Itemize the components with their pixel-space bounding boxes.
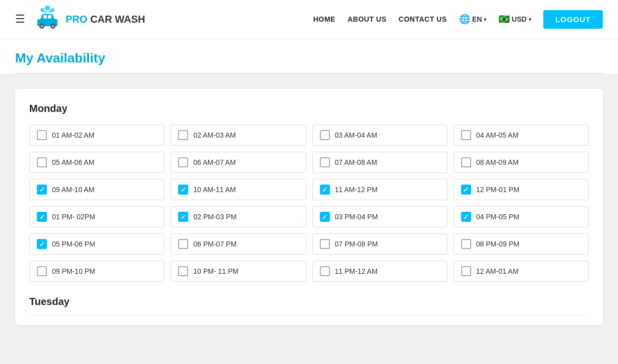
checkbox-6[interactable] [320, 157, 330, 167]
checkbox-13[interactable] [178, 212, 188, 222]
time-label-19: 08 PM-09 PM [476, 240, 520, 248]
checkbox-1[interactable] [178, 130, 188, 140]
monday-label: Monday [29, 103, 589, 114]
checkbox-0[interactable] [37, 130, 47, 140]
checkbox-14[interactable] [320, 212, 330, 222]
lang-label: EN [472, 15, 482, 23]
nav-contact[interactable]: CONTACT US [399, 15, 447, 23]
time-slot-10[interactable]: 11 AM-12 PM [312, 179, 447, 200]
time-label-13: 02 PM-03 PM [193, 213, 237, 221]
time-slot-19[interactable]: 08 PM-09 PM [454, 233, 589, 255]
time-slot-20[interactable]: 09 PM-10 PM [29, 261, 164, 282]
checkbox-20[interactable] [37, 266, 47, 276]
logo-text: PRO CAR WASH [66, 14, 145, 25]
hamburger-icon[interactable]: ☰ [15, 13, 25, 26]
logo-icon [33, 5, 62, 33]
time-label-2: 03 AM-04 AM [335, 131, 377, 139]
page-content-header: My Availability [0, 38, 618, 74]
nav-home[interactable]: HOME [313, 15, 335, 23]
checkbox-7[interactable] [461, 157, 471, 167]
time-slot-13[interactable]: 02 PM-03 PM [171, 206, 306, 227]
time-label-6: 07 AM-08 AM [335, 158, 377, 166]
checkbox-9[interactable] [178, 185, 188, 195]
time-label-15: 04 PM-05 PM [476, 213, 520, 221]
time-slot-17[interactable]: 06 PM-07 PM [171, 233, 306, 255]
site-header: ☰ PRO [0, 0, 618, 38]
svg-rect-7 [48, 15, 51, 19]
availability-card: Monday 01 AM-02 AM02 AM-03 AM03 AM-04 AM… [15, 89, 603, 325]
svg-rect-6 [43, 15, 47, 19]
checkbox-4[interactable] [37, 157, 47, 167]
lang-flag: 🌐 [459, 14, 470, 25]
time-slot-11[interactable]: 12 PM-01 PM [454, 179, 589, 200]
time-slot-4[interactable]: 05 AM-06 AM [29, 152, 164, 173]
time-slot-5[interactable]: 06 AM-07 AM [171, 152, 306, 173]
time-label-22: 11 PM-12 AM [335, 267, 378, 275]
time-label-8: 09 AM-10 AM [52, 186, 94, 194]
checkbox-11[interactable] [461, 185, 471, 195]
time-slot-1[interactable]: 02 AM-03 AM [171, 125, 306, 146]
svg-point-3 [44, 11, 47, 14]
header-left: ☰ PRO [15, 5, 145, 33]
monday-time-grid: 01 AM-02 AM02 AM-03 AM03 AM-04 AM04 AM-0… [29, 125, 589, 282]
time-slot-14[interactable]: 03 PM-04 PM [312, 206, 447, 227]
checkbox-18[interactable] [320, 239, 330, 249]
checkbox-8[interactable] [37, 185, 47, 195]
svg-point-4 [48, 10, 51, 13]
svg-point-1 [45, 6, 50, 11]
time-label-5: 06 AM-07 AM [193, 158, 236, 166]
time-slot-23[interactable]: 12 AM-01 AM [454, 261, 589, 282]
main-area: Monday 01 AM-02 AM02 AM-03 AM03 AM-04 AM… [0, 74, 618, 364]
logout-button[interactable]: LOGOUT [543, 10, 603, 29]
time-label-21: 10 PM- 11 PM [193, 267, 238, 275]
header-right: HOME ABOUT US CONTACT US 🌐 EN ▾ 🇧🇷 USD ▾… [313, 10, 603, 29]
checkbox-17[interactable] [178, 239, 188, 249]
time-slot-18[interactable]: 07 PM-08 PM [312, 233, 447, 255]
time-slot-12[interactable]: 01 PM- 02PM [29, 206, 164, 227]
time-label-18: 07 PM-08 PM [335, 240, 378, 248]
nav-about[interactable]: ABOUT US [348, 15, 386, 23]
time-slot-9[interactable]: 10 AM-11 AM [171, 179, 306, 200]
time-slot-15[interactable]: 04 PM-05 PM [454, 206, 589, 227]
svg-point-0 [40, 8, 44, 12]
time-slot-2[interactable]: 03 AM-04 AM [312, 125, 447, 146]
currency-chevron: ▾ [529, 17, 531, 22]
language-selector[interactable]: 🌐 EN ▾ [459, 14, 486, 25]
time-label-1: 02 AM-03 AM [193, 131, 236, 139]
checkbox-19[interactable] [461, 239, 471, 249]
time-label-10: 11 AM-12 PM [335, 186, 378, 194]
time-slot-16[interactable]: 05 PM-06 PM [29, 233, 164, 255]
checkbox-10[interactable] [320, 185, 330, 195]
time-slot-6[interactable]: 07 AM-08 AM [312, 152, 447, 173]
time-slot-22[interactable]: 11 PM-12 AM [312, 261, 447, 282]
time-slot-8[interactable]: 09 AM-10 AM [29, 179, 164, 200]
checkbox-3[interactable] [461, 130, 471, 140]
checkbox-21[interactable] [178, 266, 188, 276]
time-slot-7[interactable]: 08 AM-09 AM [454, 152, 589, 173]
time-slot-0[interactable]: 01 AM-02 AM [29, 125, 164, 146]
time-label-3: 04 AM-05 AM [476, 131, 519, 139]
time-label-17: 06 PM-07 PM [193, 240, 237, 248]
currency-label: USD [512, 15, 527, 23]
checkbox-2[interactable] [320, 130, 330, 140]
checkbox-15[interactable] [461, 212, 471, 222]
time-label-9: 10 AM-11 AM [193, 186, 236, 194]
time-label-14: 03 PM-04 PM [335, 213, 378, 221]
svg-point-9 [41, 25, 43, 28]
checkbox-22[interactable] [320, 266, 330, 276]
logo-area: PRO CAR WASH [33, 5, 145, 33]
checkbox-23[interactable] [461, 266, 471, 276]
tuesday-label: Tuesday [29, 296, 589, 308]
svg-point-11 [52, 25, 54, 28]
time-label-7: 08 AM-09 AM [476, 158, 519, 166]
time-label-4: 05 AM-06 AM [52, 158, 94, 166]
checkbox-12[interactable] [37, 212, 47, 222]
time-label-11: 12 PM-01 PM [476, 186, 520, 194]
time-slot-3[interactable]: 04 AM-05 AM [454, 125, 589, 146]
currency-selector[interactable]: 🇧🇷 USD ▾ [498, 14, 531, 25]
checkbox-16[interactable] [37, 239, 47, 249]
time-label-16: 05 PM-06 PM [52, 240, 95, 248]
time-slot-21[interactable]: 10 PM- 11 PM [171, 261, 306, 282]
checkbox-5[interactable] [178, 157, 188, 167]
time-label-12: 01 PM- 02PM [52, 213, 95, 221]
